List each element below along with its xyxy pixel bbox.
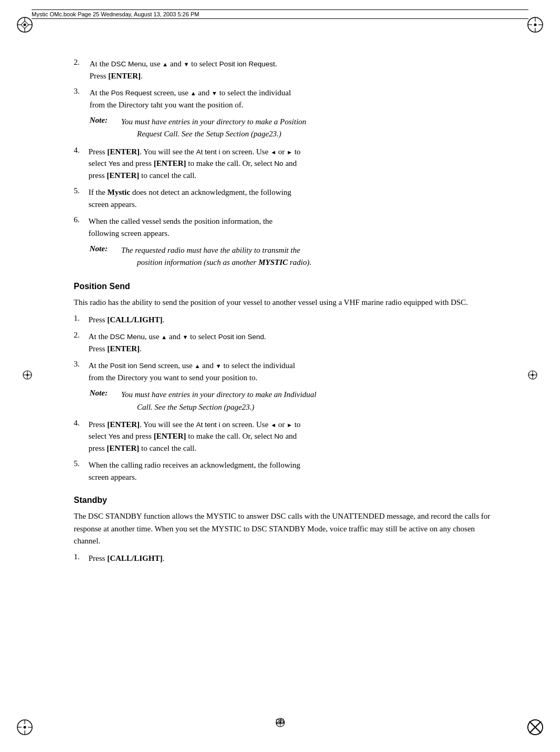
main-content: 2. At the DSC Menu, use ▲ and ▼ to selec…	[42, 58, 518, 565]
list-item-3: 3. At the Pos Request screen, use ▲ and …	[74, 87, 497, 111]
s2-list-item-2: 2. At the DSC Menu, use ▲ and ▼ to selec…	[74, 331, 497, 354]
note-label-1: Note:	[90, 116, 119, 141]
svg-point-24	[26, 374, 28, 376]
list-num-4: 4.	[74, 146, 89, 155]
s2-list-text-4: Press [ENTER]. You will see the At tent …	[89, 419, 497, 454]
s2-list-num-3: 3.	[74, 360, 89, 369]
s2-list-num-2: 2.	[74, 331, 89, 340]
note-label-2: Note:	[90, 244, 119, 269]
left-crosshair	[22, 370, 33, 382]
s2-list-text-2: At the DSC Menu, use ▲ and ▼ to select P…	[89, 331, 497, 354]
svg-point-8	[534, 24, 537, 26]
list-num-6: 6.	[74, 215, 89, 224]
s2-list-item-3: 3. At the Posit ion Send screen, use ▲ a…	[74, 360, 497, 383]
s3-list-item-1: 1. Press [CALL/LIGHT].	[74, 552, 497, 565]
ui-dsc-menu: DSC Menu	[111, 60, 146, 68]
s2-list-text-5: When the calling radio receives an ackno…	[89, 459, 497, 483]
corner-decoration-br	[525, 717, 545, 737]
section-standby-heading: Standby	[74, 496, 497, 505]
header-bar: Mystic OMc.book Page 25 Wednesday, Augus…	[32, 9, 528, 19]
svg-point-30	[532, 374, 534, 376]
s2-list-item-1: 1. Press [CALL/LIGHT].	[74, 314, 497, 326]
s3-list-text-1: Press [CALL/LIGHT].	[89, 552, 497, 565]
note-text-2: The requested radio must have the abilit…	[121, 244, 311, 269]
page-number: 25	[276, 717, 284, 726]
s2-list-num-5: 5.	[74, 459, 89, 468]
page: Mystic OMc.book Page 25 Wednesday, Augus…	[0, 0, 560, 752]
list-text-6: When the called vessel sends the positio…	[89, 215, 497, 239]
position-send-para: This radio has the ability to send the p…	[74, 296, 497, 309]
standby-para: The DSC STANDBY function allows the MYST…	[74, 510, 497, 547]
s2-list-text-1: Press [CALL/LIGHT].	[89, 314, 497, 326]
ui-position-request: Posit ion Request	[219, 60, 275, 68]
list-item-2: 2. At the DSC Menu, use ▲ and ▼ to selec…	[74, 58, 497, 82]
corner-decoration-tr	[525, 15, 545, 35]
right-crosshair	[527, 370, 538, 382]
note-label-3: Note:	[90, 389, 119, 413]
list-num-3: 3.	[74, 87, 90, 96]
note-block-1: Note: You must have entries in your dire…	[90, 116, 497, 141]
list-item-5: 5. If the Mystic does not detect an ackn…	[74, 186, 497, 210]
s2-list-item-5: 5. When the calling radio receives an ac…	[74, 459, 497, 483]
enter-bold-1: [ENTER]	[108, 72, 141, 80]
header-text: Mystic OMc.book Page 25 Wednesday, Augus…	[32, 11, 199, 17]
s2-list-num-1: 1.	[74, 314, 89, 323]
section-position-send-heading: Position Send	[74, 282, 497, 291]
corner-decoration-bl	[15, 717, 35, 737]
note-block-3: Note: You must have entries in your dire…	[90, 389, 497, 413]
ui-pos-request-screen: Pos Request	[111, 89, 152, 97]
svg-point-14	[24, 726, 26, 729]
note-block-2: Note: The requested radio must have the …	[90, 244, 497, 269]
s3-list-num-1: 1.	[74, 552, 89, 561]
note-text-1: You must have entries in your directory …	[121, 116, 306, 141]
list-num-5: 5.	[74, 186, 89, 195]
corner-decoration-tl	[15, 15, 35, 35]
s2-list-item-4: 4. Press [ENTER]. You will see the At te…	[74, 419, 497, 454]
list-num-2: 2.	[74, 58, 90, 67]
list-text-5: If the Mystic does not detect an acknowl…	[89, 186, 497, 210]
list-text-4: Press [ENTER]. You will see the At tent …	[89, 146, 497, 182]
list-text-2: At the DSC Menu, use ▲ and ▼ to select P…	[90, 58, 497, 82]
list-item-6: 6. When the called vessel sends the posi…	[74, 215, 497, 239]
svg-point-1	[24, 24, 26, 26]
s2-list-text-3: At the Posit ion Send screen, use ▲ and …	[89, 360, 497, 383]
note-text-3: You must have entries in your directory …	[121, 389, 317, 413]
s2-list-num-4: 4.	[74, 419, 89, 428]
list-text-3: At the Pos Request screen, use ▲ and ▼ t…	[90, 87, 497, 111]
list-item-4: 4. Press [ENTER]. You will see the At te…	[74, 146, 497, 182]
